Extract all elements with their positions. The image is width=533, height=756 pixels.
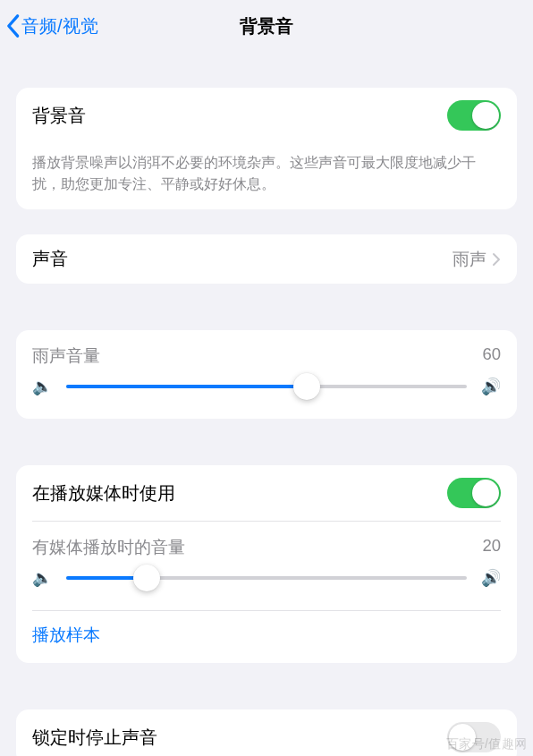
nav-bar: 音频/视觉 背景音 [0,0,533,52]
volume-card: 雨声音量 60 🔈 🔊 [16,330,517,419]
media-card: 在播放媒体时使用 有媒体播放时的音量 20 🔈 🔊 播放样本 [16,465,517,663]
chevron-right-icon [492,252,501,267]
lock-card: 锁定时停止声音 [16,709,517,756]
volume-slider[interactable] [66,374,467,399]
background-sound-footer: 播放背景噪声以消弭不必要的环境杂声。这些声音可最大限度地减少干扰，助您更加专注、… [16,143,517,209]
media-volume-slider-row: 🔈 🔊 [16,565,517,610]
media-volume-slider[interactable] [66,565,467,590]
lock-row: 锁定时停止声音 [16,709,517,756]
sound-label: 声音 [32,247,453,271]
volume-value: 60 [482,344,501,367]
background-sound-toggle[interactable] [447,100,501,131]
speaker-low-icon: 🔈 [32,377,52,396]
background-sound-card: 背景音 播放背景噪声以消弭不必要的环境杂声。这些声音可最大限度地减少干扰，助您更… [16,88,517,209]
lock-label: 锁定时停止声音 [32,726,447,750]
media-volume-value: 20 [482,536,501,558]
content: 背景音 播放背景噪声以消弭不必要的环境杂声。这些声音可最大限度地减少干扰，助您更… [0,52,533,756]
back-button[interactable]: 音频/视觉 [0,13,98,38]
volume-label: 雨声音量 [32,344,100,367]
lock-toggle[interactable] [447,722,501,752]
sound-card: 声音 雨声 [16,234,517,284]
speaker-low-icon: 🔈 [32,568,52,588]
background-sound-row: 背景音 [16,88,517,143]
play-sample-button[interactable]: 播放样本 [16,611,517,663]
media-toggle[interactable] [447,478,501,508]
media-volume-header: 有媒体播放时的音量 20 [16,522,517,565]
chevron-left-icon [4,13,21,38]
sound-value: 雨声 [453,248,486,271]
speaker-high-icon: 🔊 [481,568,501,588]
back-label: 音频/视觉 [21,14,98,38]
settings-page: 音频/视觉 背景音 背景音 播放背景噪声以消弭不必要的环境杂声。这些声音可最大限… [0,0,533,756]
volume-header: 雨声音量 60 [16,330,517,374]
background-sound-label: 背景音 [32,104,447,128]
speaker-high-icon: 🔊 [481,377,501,396]
sound-row[interactable]: 声音 雨声 [16,234,517,284]
media-toggle-label: 在播放媒体时使用 [32,481,447,505]
media-toggle-row: 在播放媒体时使用 [16,465,517,521]
volume-slider-row: 🔈 🔊 [16,374,517,419]
media-volume-label: 有媒体播放时的音量 [32,536,185,558]
